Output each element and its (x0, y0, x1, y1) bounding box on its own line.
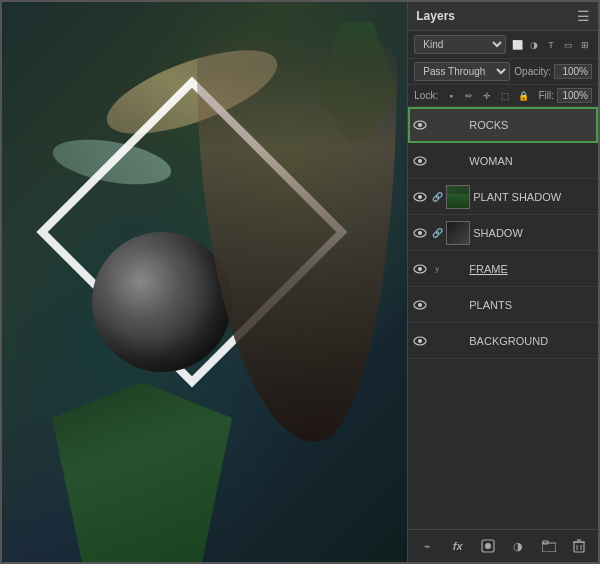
layers-list: ROCKS WOMAN (408, 107, 598, 529)
fill-input[interactable] (557, 88, 592, 103)
smartobj-icon[interactable]: ⊞ (578, 38, 592, 52)
lock-paint-icon[interactable]: ✏ (462, 89, 476, 103)
thumb-woman (446, 153, 466, 169)
panel-header: Layers ☰ (408, 2, 598, 31)
link-rocks (431, 119, 443, 131)
eye-plants[interactable] (412, 297, 428, 313)
kind-icons: ⬜ ◑ T ▭ ⊞ (510, 38, 592, 52)
layer-name-shadow: SHADOW (473, 227, 594, 239)
eye-shadow[interactable] (412, 225, 428, 241)
app-window: Layers ☰ Kind ⬜ ◑ T ▭ ⊞ Pass Through Opa… (0, 0, 600, 564)
fx-icon[interactable]: fx (448, 536, 468, 556)
link-plants (431, 299, 443, 311)
thumb-plants (446, 297, 466, 313)
lock-icons: ▪ ✏ ✛ ⬚ 🔒 (444, 89, 532, 103)
lock-artboard-icon[interactable]: ⬚ (498, 89, 512, 103)
link-plant-shadow[interactable]: 🔗 (431, 191, 443, 203)
lock-row: Lock: ▪ ✏ ✛ ⬚ 🔒 Fill: (408, 85, 598, 107)
new-adjustment-icon[interactable]: ◑ (508, 536, 528, 556)
layer-name-background: BACKGROUND (469, 335, 594, 347)
eye-background[interactable] (412, 333, 428, 349)
svg-point-15 (485, 543, 491, 549)
layer-item-plant-shadow[interactable]: 🔗 PLANT SHADOW (408, 179, 598, 215)
link-background (431, 335, 443, 347)
kind-select[interactable]: Kind (414, 35, 506, 54)
rock-element (92, 232, 232, 372)
eye-plant-shadow[interactable] (412, 189, 428, 205)
svg-point-3 (418, 159, 422, 163)
type-icon[interactable]: T (544, 38, 558, 52)
fill-label: Fill: (538, 90, 554, 101)
layer-name-frame: FRAME (469, 263, 594, 275)
thumb-plant-shadow (446, 185, 470, 209)
svg-point-11 (418, 303, 422, 307)
layer-name-rocks: ROCKS (469, 119, 594, 131)
link-woman (431, 155, 443, 167)
layer-item-background[interactable]: BACKGROUND (408, 323, 598, 359)
layer-item-rocks[interactable]: ROCKS (408, 107, 598, 143)
eye-rocks[interactable] (412, 117, 428, 133)
panel-menu-icon[interactable]: ☰ (577, 8, 590, 24)
lock-all-icon[interactable]: 🔒 (516, 89, 530, 103)
opacity-label: Opacity: (514, 66, 551, 77)
svg-point-5 (418, 195, 422, 199)
thumb-rocks (446, 117, 466, 133)
svg-point-7 (418, 231, 422, 235)
canvas-background (2, 2, 407, 562)
fill-row: Fill: (538, 88, 592, 103)
svg-point-13 (418, 339, 422, 343)
layer-name-woman: WOMAN (469, 155, 594, 167)
layer-name-plants: PLANTS (469, 299, 594, 311)
panel-title: Layers (416, 9, 455, 23)
svg-rect-18 (574, 542, 584, 552)
link-layers-icon[interactable]: ⌁ (417, 536, 437, 556)
new-group-icon[interactable] (539, 536, 559, 556)
lock-label: Lock: (414, 90, 438, 101)
woman-figure (197, 22, 397, 442)
leaf-bottom (42, 382, 242, 562)
lock-transparency-icon[interactable]: ▪ (444, 89, 458, 103)
layer-item-frame[interactable]: y FRAME (408, 251, 598, 287)
thumb-shadow (446, 221, 470, 245)
thumb-background (446, 333, 466, 349)
svg-point-9 (418, 267, 422, 271)
adjustment-icon[interactable]: ◑ (527, 38, 541, 52)
shape-icon[interactable]: ▭ (561, 38, 575, 52)
link-frame: y (431, 263, 443, 275)
kind-row: Kind ⬜ ◑ T ▭ ⊞ (408, 31, 598, 59)
opacity-row: Opacity: (514, 64, 592, 79)
panel-footer: ⌁ fx ◑ (408, 529, 598, 562)
opacity-input[interactable] (554, 64, 592, 79)
eye-frame[interactable] (412, 261, 428, 277)
layer-item-woman[interactable]: WOMAN (408, 143, 598, 179)
canvas-area (2, 2, 407, 562)
eye-woman[interactable] (412, 153, 428, 169)
blend-row: Pass Through Opacity: (408, 59, 598, 85)
delete-layer-icon[interactable] (569, 536, 589, 556)
svg-point-1 (418, 123, 422, 127)
link-shadow[interactable]: 🔗 (431, 227, 443, 239)
thumb-frame (446, 261, 466, 277)
layer-item-plants[interactable]: PLANTS (408, 287, 598, 323)
add-mask-icon[interactable] (478, 536, 498, 556)
layer-name-plant-shadow: PLANT SHADOW (473, 191, 594, 203)
pixel-icon[interactable]: ⬜ (510, 38, 524, 52)
blend-mode-select[interactable]: Pass Through (414, 62, 510, 81)
layer-item-shadow[interactable]: 🔗 SHADOW (408, 215, 598, 251)
layers-panel: Layers ☰ Kind ⬜ ◑ T ▭ ⊞ Pass Through Opa… (407, 2, 598, 562)
lock-move-icon[interactable]: ✛ (480, 89, 494, 103)
